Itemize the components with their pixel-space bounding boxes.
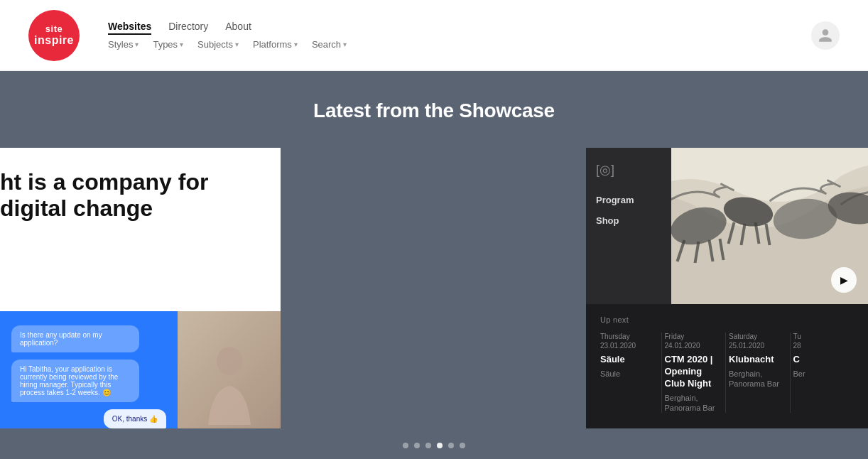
chevron-down-icon: ▾ xyxy=(343,40,347,48)
play-button[interactable]: ▶ xyxy=(831,267,857,293)
card-left-bottom: Is there any update on my application? H… xyxy=(0,311,281,428)
event-venue-0: Säule xyxy=(600,369,651,379)
chevron-down-icon: ▾ xyxy=(294,40,298,48)
nav-top: Websites Directory About xyxy=(108,21,347,35)
event-venue-1: Berghain, Panorama Bar xyxy=(665,393,716,414)
schedule-event-3[interactable]: Tu 28 C Ber xyxy=(791,333,855,413)
card-right[interactable]: [◎] Program Shop xyxy=(586,148,868,428)
sidebar-item-shop[interactable]: Shop xyxy=(596,215,661,226)
card-artwork: ▶ xyxy=(671,148,868,304)
nav-subjects[interactable]: Subjects ▾ xyxy=(197,39,239,50)
event-name-0: Säule xyxy=(600,354,651,366)
event-name-1: CTM 2020 | Opening Club Night xyxy=(665,354,716,390)
logo[interactable]: site inspire xyxy=(28,10,80,61)
chevron-down-icon: ▾ xyxy=(235,40,239,48)
card-right-top: [◎] Program Shop xyxy=(586,148,868,304)
nav-search[interactable]: Search ▾ xyxy=(312,39,347,50)
event-venue-2: Berghain, Panorama Bar xyxy=(729,369,780,389)
dot-3[interactable] xyxy=(437,443,443,448)
card-person-image xyxy=(178,311,281,428)
nav-directory[interactable]: Directory xyxy=(168,21,208,35)
nav-bottom: Styles ▾ Types ▾ Subjects ▾ Platforms ▾ … xyxy=(108,39,347,50)
schedule-event-1[interactable]: Friday 24.01.2020 CTM 2020 | Opening Clu… xyxy=(662,333,727,413)
nav-platforms[interactable]: Platforms ▾ xyxy=(253,39,298,50)
dot-4[interactable] xyxy=(448,443,454,448)
card-chat: Is there any update on my application? H… xyxy=(0,311,178,428)
schedule-event-0[interactable]: Thursday 23.01.2020 Säule Säule xyxy=(600,333,662,413)
card-right-schedule: Up next Thursday 23.01.2020 Säule Säule … xyxy=(586,304,868,428)
sidebar-item-program[interactable]: Program xyxy=(596,195,661,205)
carousel-dots xyxy=(0,428,868,459)
chevron-down-icon: ▾ xyxy=(135,40,139,48)
header-left: site inspire Websites Directory About St… xyxy=(28,10,347,61)
event-date-0: 23.01.2020 xyxy=(600,342,651,350)
chevron-down-icon: ▾ xyxy=(180,40,183,48)
nav-styles[interactable]: Styles ▾ xyxy=(108,39,139,50)
event-date-1: 24.01.2020 xyxy=(665,342,716,350)
showcase-section: Latest from the Showcase ht is a company… xyxy=(0,71,868,459)
logo-line2: inspire xyxy=(34,34,74,47)
card-headline-line1: ht is a company for digital change xyxy=(0,169,259,222)
card-left[interactable]: ht is a company for digital change Is th… xyxy=(0,148,281,428)
dot-0[interactable] xyxy=(403,443,408,448)
sidebar-logo: [◎] xyxy=(596,162,661,178)
user-avatar-button[interactable] xyxy=(811,21,840,50)
showcase-title: Latest from the Showcase xyxy=(0,99,868,122)
header: site inspire Websites Directory About St… xyxy=(0,0,868,71)
event-date-2: 25.01.2020 xyxy=(729,342,780,350)
event-name-3: C xyxy=(793,354,845,366)
chat-bubble-received-1: Is there any update on my application? xyxy=(11,325,139,352)
event-date-3: 28 xyxy=(793,342,845,350)
schedule-event-2[interactable]: Saturday 25.01.2020 Klubnacht Berghain, … xyxy=(726,333,791,413)
logo-line1: site xyxy=(45,23,63,34)
cards-row: ht is a company for digital change Is th… xyxy=(0,148,868,428)
nav-websites[interactable]: Websites xyxy=(108,21,151,35)
dot-1[interactable] xyxy=(414,443,420,448)
person-silhouette xyxy=(201,340,258,425)
event-day-0: Thursday xyxy=(600,333,651,340)
dot-5[interactable] xyxy=(460,443,465,448)
schedule-events: Thursday 23.01.2020 Säule Säule Friday 2… xyxy=(600,333,854,413)
schedule-label: Up next xyxy=(600,315,854,324)
chat-bubble-sent: OK, thanks 👍 xyxy=(104,409,166,428)
nav-container: Websites Directory About Styles ▾ Types … xyxy=(108,21,347,50)
card-right-sidebar: [◎] Program Shop xyxy=(586,148,671,304)
event-day-1: Friday xyxy=(665,333,716,340)
person-placeholder xyxy=(178,311,281,428)
nav-about[interactable]: About xyxy=(225,21,251,35)
nav-types[interactable]: Types ▾ xyxy=(153,39,183,50)
card-left-top: ht is a company for digital change xyxy=(0,148,281,311)
chat-bubble-received-2: Hi Tabitha, your application is currentl… xyxy=(11,360,139,402)
event-venue-3: Ber xyxy=(793,369,845,379)
user-icon xyxy=(818,28,833,43)
event-day-2: Saturday xyxy=(729,333,780,340)
card-right-inner: [◎] Program Shop xyxy=(586,148,868,428)
dot-2[interactable] xyxy=(425,443,431,448)
event-day-3: Tu xyxy=(793,333,845,340)
event-name-2: Klubnacht xyxy=(729,354,780,366)
svg-point-0 xyxy=(217,347,242,375)
